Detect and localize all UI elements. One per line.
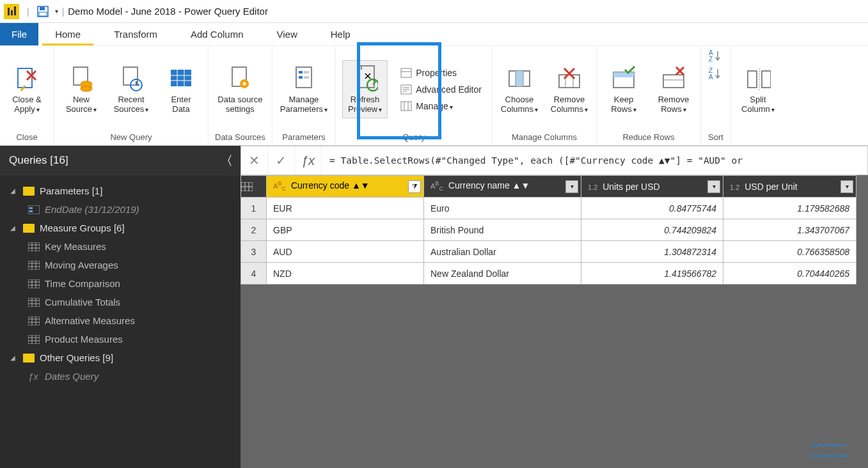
tree-item[interactable]: Product Measures [3, 330, 238, 348]
cell[interactable]: 1.179582688 [723, 198, 856, 219]
split-column-button[interactable]: Split Column [738, 62, 778, 117]
sort-desc-button[interactable]: ZA [707, 66, 724, 81]
svg-rect-16 [171, 70, 191, 86]
column-filter-icon[interactable]: ▾ [840, 180, 853, 193]
svg-rect-1 [11, 10, 13, 15]
cell[interactable]: EUR [267, 198, 424, 219]
collapse-icon[interactable]: 〈 [228, 153, 232, 167]
ribbon-group-parameters: Manage Parameters Parameters [272, 46, 336, 145]
row-number[interactable]: 4 [241, 263, 267, 285]
tree-item[interactable]: ƒxDates Query [3, 367, 238, 386]
cell[interactable]: 1.304872314 [581, 241, 723, 263]
cell[interactable]: British Pound [424, 219, 581, 241]
new-source-button[interactable]: New Source [61, 62, 102, 117]
qat-dropdown-icon[interactable]: ▾ [55, 8, 58, 15]
formula-commit-button[interactable]: ✓ [268, 146, 295, 175]
svg-rect-25 [299, 71, 303, 74]
choose-columns-button[interactable]: Choose Columns [499, 62, 540, 117]
remove-columns-button[interactable]: Remove Columns [549, 62, 590, 117]
cell[interactable]: 0.744209824 [581, 219, 723, 241]
tree-item[interactable]: Time Comparison [3, 274, 238, 293]
properties-button[interactable]: Properties [400, 68, 482, 78]
tree-item[interactable]: Cumulative Totals [3, 293, 238, 311]
sort-asc-button[interactable]: AZ [707, 49, 724, 63]
cell[interactable]: Australian Dollar [424, 241, 581, 263]
keep-rows-icon [611, 65, 636, 93]
row-number[interactable]: 1 [241, 198, 267, 219]
manage-parameters-button[interactable]: Manage Parameters [279, 62, 329, 117]
row-number[interactable]: 2 [241, 219, 267, 241]
refresh-preview-button[interactable]: Refresh Preview [342, 60, 388, 119]
select-all-corner[interactable] [241, 176, 267, 198]
tab-home[interactable]: Home [38, 23, 97, 45]
recent-sources-button[interactable]: Recent Sources [111, 62, 152, 117]
queries-header[interactable]: Queries [16] 〈 [0, 146, 241, 175]
app-logo-icon [4, 4, 19, 19]
ribbon-tabs: File Home Transform Add Column View Help [0, 23, 868, 46]
cell[interactable]: New Zealand Dollar [424, 263, 581, 285]
column-header[interactable]: 1.2 Units per USD▾ [581, 176, 723, 198]
formula-text[interactable]: = Table.SelectRows(#"Changed Type", each… [322, 155, 867, 166]
svg-rect-0 [8, 8, 10, 15]
svg-rect-50 [613, 72, 634, 77]
tab-file[interactable]: File [0, 23, 38, 45]
svg-rect-41 [516, 71, 523, 86]
remove-rows-button[interactable]: Remove Rows [653, 62, 694, 117]
manage-query-button[interactable]: Manage [400, 101, 482, 111]
tree-item[interactable]: Alternative Measures [3, 311, 238, 330]
manage-parameters-icon [291, 65, 317, 93]
close-apply-button[interactable]: Close & Apply [6, 62, 47, 117]
enter-data-icon [168, 65, 194, 93]
svg-rect-27 [304, 71, 309, 74]
enter-data-button[interactable]: Enter Data [161, 62, 201, 117]
row-number[interactable]: 3 [241, 241, 267, 263]
separator: | [27, 6, 29, 17]
queries-panel: Queries [16] 〈 ◢Parameters [1]EndDate (3… [0, 146, 241, 468]
svg-rect-5 [39, 12, 47, 16]
column-filter-icon[interactable]: ▾ [707, 180, 720, 193]
new-source-icon [68, 65, 94, 93]
svg-rect-29 [358, 66, 374, 88]
cell[interactable]: 0.704440265 [723, 263, 856, 285]
tab-add-column[interactable]: Add Column [174, 23, 260, 45]
column-filter-icon[interactable]: ⧩ [408, 180, 421, 193]
column-header[interactable]: ABC Currency name ▲▼▾ [424, 176, 581, 198]
svg-rect-37 [401, 102, 411, 111]
ribbon-group-sort: AZ ZA Sort [701, 46, 731, 145]
svg-rect-85 [28, 316, 40, 325]
tree-item[interactable]: EndDate (31/12/2019) [3, 200, 238, 219]
column-header[interactable]: 1.2 USD per Unit▾ [723, 176, 856, 198]
cell[interactable]: AUD [267, 241, 424, 263]
tree-group[interactable]: ◢Measure Groups [6] [3, 219, 238, 237]
tree-item[interactable]: Moving Averages [3, 256, 238, 274]
formula-cancel-button[interactable]: ✕ [241, 146, 268, 175]
column-header[interactable]: ABC Currency code ▲▼⧩ [267, 176, 424, 198]
cell[interactable]: 1.343707067 [723, 219, 856, 241]
close-apply-icon [14, 65, 40, 93]
keep-rows-button[interactable]: Keep Rows [603, 62, 644, 117]
svg-point-30 [367, 79, 378, 91]
tab-help[interactable]: Help [314, 23, 367, 45]
tab-view[interactable]: View [260, 23, 314, 45]
svg-text:Z: Z [709, 56, 713, 63]
cell[interactable]: NZD [267, 263, 424, 285]
save-icon[interactable] [37, 6, 49, 17]
queries-tree: ◢Parameters [1]EndDate (31/12/2019)◢Meas… [0, 175, 241, 392]
advanced-editor-button[interactable]: Advanced Editor [400, 84, 482, 95]
svg-rect-44 [559, 75, 580, 88]
cell[interactable]: GBP [267, 219, 424, 241]
remove-columns-icon [556, 65, 582, 93]
column-filter-icon[interactable]: ▾ [565, 180, 578, 193]
separator: | [62, 6, 65, 17]
cell[interactable]: Euro [424, 198, 581, 219]
cell[interactable]: 0.84775744 [581, 198, 723, 219]
tab-transform[interactable]: Transform [97, 23, 174, 45]
tree-item[interactable]: Key Measures [3, 237, 238, 256]
cell[interactable]: 0.766358508 [723, 241, 856, 263]
fx-icon[interactable]: ƒx [295, 146, 322, 175]
tree-group[interactable]: ◢Parameters [1] [3, 182, 238, 200]
data-source-settings-button[interactable]: Data source settings [216, 62, 264, 117]
tree-group[interactable]: ◢Other Queries [9] [3, 348, 238, 367]
cell[interactable]: 1.419566782 [581, 263, 723, 285]
window-title: Demo Model - June 2018 - Power Query Edi… [68, 6, 268, 17]
